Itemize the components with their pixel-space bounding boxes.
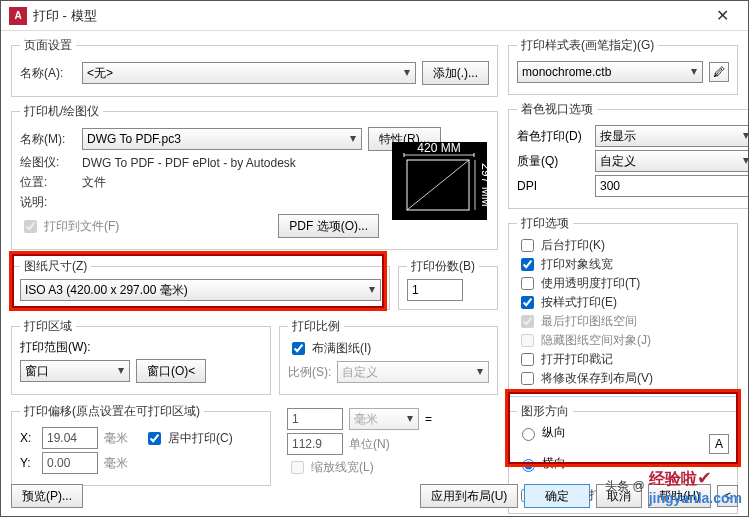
- style-table-group: 打印样式表(画笔指定)(G) monochrome.ctb 🖉: [508, 37, 738, 95]
- fit-paper-checkbox[interactable]: 布满图纸(I): [288, 339, 371, 358]
- quality-label: 质量(Q): [517, 153, 589, 170]
- scale-bottom-unit: 单位(N): [349, 436, 390, 453]
- y-input[interactable]: [42, 452, 98, 474]
- ok-button[interactable]: 确定: [524, 484, 590, 508]
- location-label: 位置:: [20, 174, 76, 191]
- x-label: X:: [20, 431, 36, 445]
- scale-top-input: [287, 408, 343, 430]
- paper-preview: 420 MM 297 MM: [392, 142, 487, 220]
- apply-layout-button[interactable]: 应用到布局(U): [420, 484, 519, 508]
- title-bar: A 打印 - 模型 ✕: [1, 1, 748, 31]
- hide-ps-checkbox: 隐藏图纸空间对象(J): [517, 331, 651, 350]
- lineweight-checkbox[interactable]: 打印对象线宽: [517, 255, 613, 274]
- plot-area-legend: 打印区域: [20, 318, 76, 335]
- plotter-value: DWG To PDF - PDF ePlot - by Autodesk: [82, 156, 296, 170]
- shade-label: 着色打印(D): [517, 128, 589, 145]
- page-setup-legend: 页面设置: [20, 37, 76, 54]
- options-legend: 打印选项: [517, 215, 573, 232]
- options-group: 打印选项 后台打印(K) 打印对象线宽 使用透明度打印(T) 按样式打印(E) …: [508, 215, 738, 397]
- portrait-radio[interactable]: 纵向: [517, 424, 729, 441]
- page-name-label: 名称(A):: [20, 65, 76, 82]
- quality-select[interactable]: 自定义: [595, 150, 749, 172]
- scale-ratio-select: 自定义: [337, 361, 489, 383]
- svg-line-5: [407, 160, 469, 210]
- print-to-file-checkbox: 打印到文件(F): [20, 217, 119, 236]
- transparency-checkbox[interactable]: 使用透明度打印(T): [517, 274, 640, 293]
- by-style-checkbox[interactable]: 按样式打印(E): [517, 293, 617, 312]
- preview-button[interactable]: 预览(P)...: [11, 484, 83, 508]
- printer-name-label: 名称(M):: [20, 131, 76, 148]
- copies-input[interactable]: [407, 279, 463, 301]
- copies-legend: 打印份数(B): [407, 258, 479, 275]
- center-checkbox[interactable]: 居中打印(C): [144, 429, 233, 448]
- x-unit: 毫米: [104, 430, 128, 447]
- y-label: Y:: [20, 456, 36, 470]
- scale-lineweight-checkbox: 缩放线宽(L): [287, 458, 374, 477]
- watermark: 头条 @ 经验啦✔jingyanla.com: [605, 467, 742, 506]
- plot-range-select[interactable]: 窗口: [20, 360, 130, 382]
- printer-group: 打印机/绘图仪 名称(M): DWG To PDF.pc3 特性(R)... 绘…: [11, 103, 498, 250]
- last-ps-checkbox: 最后打印图纸空间: [517, 312, 637, 331]
- equals: =: [425, 412, 432, 426]
- save-layout-checkbox[interactable]: 将修改保存到布局(V): [517, 369, 653, 388]
- offset-group: 打印偏移(原点设置在可打印区域) X: 毫米 居中打印(C) Y: 毫米: [11, 403, 271, 486]
- window-button[interactable]: 窗口(O)<: [136, 359, 206, 383]
- app-logo-icon: A: [9, 7, 27, 25]
- location-value: 文件: [82, 174, 106, 191]
- pdf-options-button[interactable]: PDF 选项(O)...: [278, 214, 379, 238]
- paper-size-group: 图纸尺寸(Z) ISO A3 (420.00 x 297.00 毫米): [11, 258, 390, 310]
- copies-group: 打印份数(B): [398, 258, 498, 310]
- offset-legend: 打印偏移(原点设置在可打印区域): [20, 403, 204, 420]
- add-button[interactable]: 添加(.)...: [422, 61, 489, 85]
- shade-select[interactable]: 按显示: [595, 125, 749, 147]
- printer-legend: 打印机/绘图仪: [20, 103, 103, 120]
- scale-unit-select: 毫米: [349, 408, 419, 430]
- plot-range-label: 打印范围(W):: [20, 339, 262, 356]
- style-table-select[interactable]: monochrome.ctb: [517, 61, 703, 83]
- scale-group: 打印比例 布满图纸(I) 比例(S): 自定义: [279, 318, 498, 395]
- style-edit-icon[interactable]: 🖉: [709, 62, 729, 82]
- printer-name-select[interactable]: DWG To PDF.pc3: [82, 128, 362, 150]
- y-unit: 毫米: [104, 455, 128, 472]
- page-name-select[interactable]: <无>: [82, 62, 416, 84]
- page-setup-group: 页面设置 名称(A): <无> 添加(.)...: [11, 37, 498, 97]
- svg-text:297 MM: 297 MM: [479, 163, 487, 206]
- dpi-input[interactable]: [595, 175, 749, 197]
- scale-ratio-label: 比例(S):: [288, 364, 331, 381]
- paper-size-legend: 图纸尺寸(Z): [20, 258, 91, 275]
- paper-size-select[interactable]: ISO A3 (420.00 x 297.00 毫米): [20, 279, 381, 301]
- close-button[interactable]: ✕: [704, 2, 740, 30]
- plot-area-group: 打印区域 打印范围(W): 窗口 窗口(O)<: [11, 318, 271, 395]
- viewport-legend: 着色视口选项: [517, 101, 597, 118]
- style-table-legend: 打印样式表(画笔指定)(G): [517, 37, 658, 54]
- viewport-group: 着色视口选项 着色打印(D)按显示 质量(Q)自定义 DPI: [508, 101, 749, 209]
- svg-text:420 MM: 420 MM: [417, 142, 460, 155]
- desc-label: 说明:: [20, 194, 76, 211]
- window-title: 打印 - 模型: [33, 7, 704, 25]
- orientation-legend: 图形方向: [517, 403, 573, 420]
- scale-bottom-input: [287, 433, 343, 455]
- plotter-label: 绘图仪:: [20, 154, 76, 171]
- scale-legend: 打印比例: [288, 318, 344, 335]
- dpi-label: DPI: [517, 179, 589, 193]
- x-input[interactable]: [42, 427, 98, 449]
- orientation-icon: A: [709, 434, 729, 454]
- bg-print-checkbox[interactable]: 后台打印(K): [517, 236, 605, 255]
- stamp-checkbox[interactable]: 打开打印戳记: [517, 350, 613, 369]
